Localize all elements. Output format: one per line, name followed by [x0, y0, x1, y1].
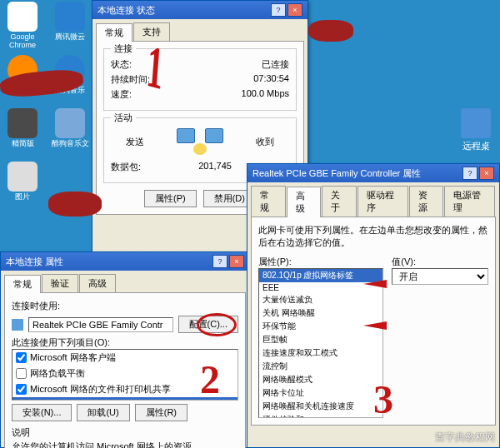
help-button[interactable]: ? — [212, 255, 228, 268]
property-label: 属性(P): — [258, 256, 383, 268]
titlebar[interactable]: 本地连接 属性 ?× — [1, 252, 249, 271]
tab-resources[interactable]: 资源 — [409, 186, 444, 217]
list-item[interactable]: 硬件校验和 — [259, 413, 382, 418]
titlebar[interactable]: 本地连接 状态 ? × — [92, 1, 308, 19]
duration-label: 持续时间: — [111, 73, 150, 86]
sent-label: 发送 — [126, 136, 144, 148]
tab-power[interactable]: 电源管理 — [444, 186, 495, 217]
desktop-icon[interactable]: 精简版 — [2, 108, 43, 158]
window-title: 本地连接 属性 — [6, 256, 63, 268]
list-item[interactable]: Internet 协议 (TCP/IP) — [30, 399, 120, 401]
items-label: 此连接使用下列项目(O): — [12, 336, 238, 349]
duration-value: 07:30:54 — [253, 73, 289, 86]
value-label: 值(V): — [392, 256, 488, 268]
checkbox[interactable] — [16, 368, 27, 379]
list-item[interactable]: Microsoft 网络的文件和打印机共享 — [30, 383, 171, 396]
help-button[interactable]: ? — [462, 167, 478, 180]
list-item[interactable]: 巨型帧 — [259, 333, 382, 346]
adapter-properties-window: Realtek PCIe GBE Family Controller 属性 ?×… — [247, 163, 500, 448]
packets-sent: 201,745 — [198, 161, 232, 173]
desktop-icon[interactable]: 图片 — [2, 162, 43, 212]
hint-text: 此网卡可使用下列属性。在左边单击您想改变的属性，然后在右边选择它的值。 — [258, 224, 488, 249]
checkbox[interactable] — [16, 400, 27, 401]
speed-label: 速度: — [111, 88, 132, 101]
tab-general[interactable]: 常规 — [251, 186, 286, 217]
list-item[interactable]: 网络负载平衡 — [30, 367, 85, 380]
tab-advanced[interactable]: 高级 — [79, 274, 116, 292]
close-button[interactable]: × — [479, 167, 494, 180]
window-title: 本地连接 状态 — [98, 4, 155, 17]
description-text: 允许您的计算机访问 Microsoft 网络上的资源。 — [12, 441, 238, 448]
list-item[interactable]: 网络唤醒和关机连接速度 — [259, 400, 382, 413]
window-title: Realtek PCIe GBE Family Controller 属性 — [252, 167, 421, 180]
recv-label: 收到 — [256, 136, 274, 148]
network-icon — [175, 125, 225, 158]
tab-general[interactable]: 常规 — [4, 275, 41, 293]
speed-value: 100.0 Mbps — [242, 88, 289, 101]
status-value: 已连接 — [262, 58, 289, 71]
adapter-name: Realtek PCIe GBE Family Contr — [28, 317, 173, 332]
group-title: 活动 — [111, 112, 136, 124]
list-item[interactable]: 大量传送减负 — [259, 293, 382, 306]
status-label: 状态: — [111, 58, 132, 71]
tab-about[interactable]: 关于 — [322, 186, 357, 217]
list-item[interactable]: Microsoft 网络客户端 — [30, 351, 116, 364]
help-button[interactable]: ? — [271, 3, 286, 17]
property-list[interactable]: 802.1Q/1p 虚拟网络标签 EEE 大量传送减负 关机 网络唤醒 环保节能… — [258, 268, 383, 418]
configure-button[interactable]: 配置(C)... — [178, 316, 238, 333]
list-item[interactable]: 802.1Q/1p 虚拟网络标签 — [259, 269, 382, 282]
list-item[interactable]: 环保节能 — [259, 320, 382, 333]
desktop-icon[interactable]: Google Chrome — [2, 2, 43, 52]
checkbox[interactable] — [16, 352, 27, 363]
tab-general[interactable]: 常规 — [96, 23, 132, 42]
packets-label: 数据包: — [111, 161, 141, 173]
list-item[interactable]: 连接速度和双工模式 — [259, 346, 382, 360]
tab-advanced[interactable]: 高级 — [287, 187, 322, 217]
desktop-icon[interactable]: 酷狗音乐 — [49, 55, 91, 105]
list-item[interactable]: EEE — [259, 282, 382, 293]
connect-using-label: 连接时使用: — [12, 300, 238, 312]
red-annotation-stroke — [308, 20, 353, 42]
install-button[interactable]: 安装(N)... — [12, 404, 72, 421]
connection-group: 连接 状态:已连接 持续时间:07:30:54 速度:100.0 Mbps — [103, 48, 297, 111]
adapter-icon — [12, 319, 23, 331]
desktop-icon[interactable]: 酷狗音乐文 — [49, 108, 91, 158]
components-list[interactable]: Microsoft 网络客户端 网络负载平衡 Microsoft 网络的文件和打… — [12, 349, 238, 401]
desktop: Google Chrome 腾讯微云 我的QQ 酷狗音乐 精简版 酷狗音乐文 图… — [0, 0, 100, 250]
list-item[interactable]: 网络卡位址 — [259, 386, 382, 400]
remote-desktop-icon[interactable]: 远程桌 — [455, 108, 497, 152]
properties-window: 本地连接 属性 ?× 常规 验证 高级 连接时使用: Realtek PCIe … — [0, 251, 250, 448]
desktop-icon[interactable]: 腾讯微云 — [49, 2, 91, 52]
tab-driver[interactable]: 驱动程序 — [358, 186, 408, 217]
list-item[interactable]: 网络唤醒模式 — [259, 373, 382, 386]
desktop-icon[interactable]: 我的QQ — [2, 55, 43, 105]
value-select[interactable]: 开启 — [392, 268, 488, 285]
list-item[interactable]: 流控制 — [259, 360, 382, 373]
tab-auth[interactable]: 验证 — [42, 274, 78, 292]
close-button[interactable]: × — [229, 255, 244, 268]
tab-support[interactable]: 支持 — [133, 22, 170, 41]
description-label: 说明 — [12, 426, 238, 439]
group-title: 连接 — [111, 42, 136, 55]
close-button[interactable]: × — [288, 3, 302, 17]
tabs: 常规 支持 — [92, 19, 308, 41]
checkbox[interactable] — [16, 384, 27, 395]
uninstall-button[interactable]: 卸载(U) — [77, 404, 129, 421]
properties-button[interactable]: 属性(P) — [144, 190, 197, 207]
list-item[interactable]: 关机 网络唤醒 — [259, 306, 382, 320]
watermark: 查字典教程网 — [435, 431, 495, 445]
titlebar[interactable]: Realtek PCIe GBE Family Controller 属性 ?× — [248, 164, 499, 182]
item-properties-button[interactable]: 属性(R) — [135, 404, 188, 421]
